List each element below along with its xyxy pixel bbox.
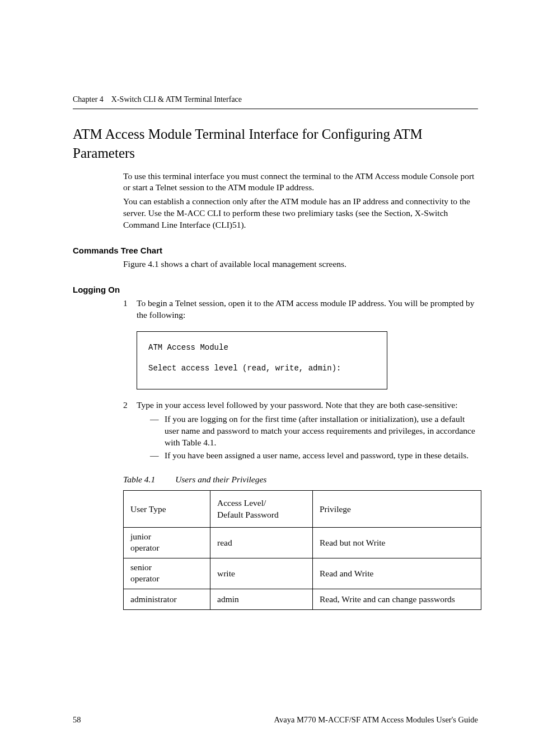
terminal-line-1: ATM Access Module: [148, 342, 376, 354]
commands-tree-text: Figure 4.1 shows a chart of available lo…: [123, 259, 478, 270]
bullet-item: — If you have been assigned a user name,…: [150, 450, 478, 462]
cell-privilege: Read and Write: [313, 558, 481, 589]
terminal-output: ATM Access Module Select access level (r…: [137, 331, 387, 389]
dash-icon: —: [150, 414, 165, 425]
bullet-text: If you have been assigned a user name, a…: [165, 450, 478, 462]
step-number: 1: [123, 298, 137, 309]
cell-user-type: senior operator: [124, 558, 210, 589]
cell-user-type: administrator: [124, 589, 210, 610]
commands-tree-body: Figure 4.1 shows a chart of available lo…: [123, 259, 478, 270]
cell-privilege: Read, Write and can change passwords: [313, 589, 481, 610]
chapter-label: Chapter 4: [73, 95, 104, 104]
cell-privilege: Read but not Write: [313, 527, 481, 558]
bullet-list: — If you are logging on for the first ti…: [137, 414, 478, 462]
cell-access-level: write: [210, 558, 313, 589]
step-list-continued: 2 Type in your access level followed by …: [123, 400, 478, 463]
chapter-title: X-Switch CLI & ATM Terminal Interface: [111, 95, 242, 104]
intro-paragraph-1: To use this terminal interface you must …: [123, 171, 478, 194]
bullet-text: If you are logging on for the first time…: [165, 414, 478, 449]
intro-paragraph-2: You can establish a connection only afte…: [123, 196, 478, 231]
page-footer: 58 Avaya M770 M-ACCF/SF ATM Access Modul…: [73, 715, 478, 725]
step-number: 2: [123, 400, 137, 411]
step-2: 2 Type in your access level followed by …: [123, 400, 478, 463]
intro-block: To use this terminal interface you must …: [123, 171, 478, 232]
terminal-line-2: Select access level (read, write, admin)…: [148, 363, 376, 374]
table-caption: Table 4.1Users and their Privileges: [123, 475, 478, 485]
table-row: senior operator write Read and Write: [124, 558, 481, 589]
step-text: Type in your access level followed by yo…: [137, 400, 478, 463]
bullet-item: — If you are logging on for the first ti…: [150, 414, 478, 449]
col-privilege: Privilege: [313, 491, 481, 527]
col-access-level: Access Level/ Default Password: [210, 491, 313, 527]
section-title: ATM Access Module Terminal Interface for…: [73, 125, 478, 163]
table-row: administrator admin Read, Write and can …: [124, 589, 481, 610]
page-number: 58: [73, 715, 81, 725]
logging-on-heading: Logging On: [73, 285, 478, 294]
privileges-table: User Type Access Level/ Default Password…: [123, 490, 481, 610]
step-text: To begin a Telnet session, open it to th…: [137, 298, 478, 321]
doc-title: Avaya M770 M-ACCF/SF ATM Access Modules …: [274, 715, 478, 725]
cell-access-level: read: [210, 527, 313, 558]
step-list: 1 To begin a Telnet session, open it to …: [123, 298, 478, 321]
dash-icon: —: [150, 450, 165, 462]
cell-access-level: admin: [210, 589, 313, 610]
running-header: Chapter 4 X-Switch CLI & ATM Terminal In…: [73, 95, 478, 109]
table-caption-text: Users and their Privileges: [175, 475, 266, 484]
commands-tree-heading: Commands Tree Chart: [73, 246, 478, 255]
table-row: junior operator read Read but not Write: [124, 527, 481, 558]
step-1: 1 To begin a Telnet session, open it to …: [123, 298, 478, 321]
cell-user-type: junior operator: [124, 527, 210, 558]
table-header-row: User Type Access Level/ Default Password…: [124, 491, 481, 527]
col-user-type: User Type: [124, 491, 210, 527]
table-label: Table 4.1: [123, 475, 155, 484]
